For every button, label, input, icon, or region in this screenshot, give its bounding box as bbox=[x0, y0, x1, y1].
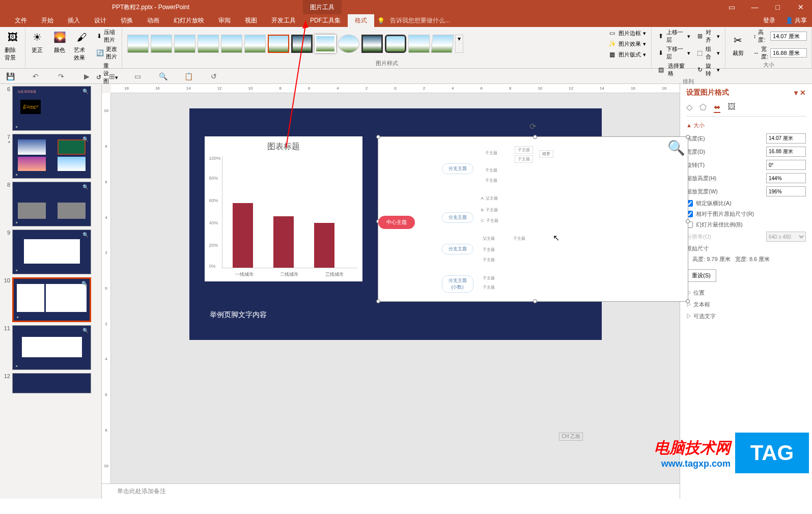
resize-handle[interactable] bbox=[533, 299, 537, 303]
height-field[interactable] bbox=[766, 133, 806, 144]
selected-picture[interactable]: ⟳ 🔍 中心主题 分支主题 分支主题 分支主题 bbox=[378, 136, 688, 302]
minimize-icon[interactable]: — bbox=[743, 0, 766, 14]
section-textbox[interactable]: ▷ 文本框 bbox=[686, 301, 806, 308]
reset-button[interactable]: 重设(S) bbox=[686, 269, 716, 282]
tab-slideshow[interactable]: 幻灯片放映 bbox=[166, 14, 211, 27]
rotate-button[interactable]: ↻旋转 ▾ bbox=[694, 62, 722, 78]
qa-button[interactable]: 📋 bbox=[183, 71, 193, 81]
remove-background-button[interactable]: 🖼 删除背景 bbox=[3, 28, 23, 63]
qa-button[interactable]: 🔍 bbox=[158, 71, 168, 81]
slide-thumbnail-panel[interactable]: 6 此处填写标题E=mc²🔍■ 7* 🔍■ 8 🔍■ 9 🔍■ 10 🔍■ 11… bbox=[0, 84, 102, 499]
style-thumb[interactable] bbox=[338, 35, 359, 53]
tab-design[interactable]: 设计 bbox=[87, 14, 114, 27]
section-alt-text[interactable]: ▷ 可选文字 bbox=[686, 312, 806, 320]
crop-button[interactable]: ✂裁剪 bbox=[728, 31, 748, 58]
canvas-area[interactable]: 图表标题 0% 20% 40% 60% 80% 100% bbox=[111, 93, 680, 483]
tab-home[interactable]: 开始 bbox=[34, 14, 61, 27]
login-button[interactable]: 登录 bbox=[763, 16, 775, 25]
resize-handle[interactable] bbox=[376, 299, 380, 303]
slide-thumb-6[interactable]: 此处填写标题E=mc²🔍■ bbox=[12, 86, 91, 131]
change-picture-button[interactable]: 🔄更改图片 bbox=[94, 45, 120, 61]
slide-thumb-9[interactable]: 🔍■ bbox=[12, 230, 91, 274]
picture-effects-button[interactable]: ✨图片效果 ▾ bbox=[605, 39, 648, 49]
slide-canvas[interactable]: 图表标题 0% 20% 40% 60% 80% 100% bbox=[189, 108, 602, 340]
gallery-more-button[interactable]: ▾ bbox=[455, 35, 463, 53]
style-thumb[interactable] bbox=[244, 35, 266, 53]
tab-transitions[interactable]: 切换 bbox=[114, 14, 140, 27]
style-thumb[interactable] bbox=[174, 35, 195, 53]
maximize-icon[interactable]: □ bbox=[766, 0, 789, 14]
slide-thumb-12[interactable] bbox=[12, 373, 91, 393]
effects-tab-icon[interactable]: ⬠ bbox=[699, 102, 707, 113]
slide-thumb-11[interactable]: 🔍■ bbox=[12, 325, 91, 370]
style-thumb[interactable] bbox=[385, 35, 406, 53]
selection-pane-button[interactable]: ▤选择窗格 bbox=[655, 62, 692, 78]
scale-w-field[interactable] bbox=[766, 186, 806, 196]
send-backward-button[interactable]: ⬇下移一层 ▾ bbox=[655, 45, 692, 61]
fill-tab-icon[interactable]: ◇ bbox=[686, 102, 692, 113]
corrections-button[interactable]: ☀更正 bbox=[27, 28, 47, 93]
lock-ratio-checkbox[interactable]: 锁定纵横比(A) bbox=[686, 199, 732, 207]
size-tab-icon[interactable]: ⬌ bbox=[714, 102, 720, 113]
style-thumb[interactable] bbox=[127, 35, 149, 53]
style-thumb[interactable] bbox=[408, 35, 430, 53]
ribbon-display-icon[interactable]: ▭ bbox=[720, 0, 743, 14]
resize-handle[interactable] bbox=[686, 135, 690, 139]
style-thumb[interactable] bbox=[221, 35, 242, 53]
qa-button[interactable]: ▭ bbox=[132, 71, 143, 81]
height-input[interactable] bbox=[770, 32, 807, 41]
style-thumb[interactable] bbox=[361, 35, 383, 53]
resize-handle[interactable] bbox=[686, 299, 690, 303]
bring-forward-button[interactable]: ⬆上移一层 ▾ bbox=[655, 28, 692, 44]
best-scale-checkbox[interactable]: 幻灯片最佳比例(B) bbox=[686, 221, 743, 229]
picture-border-button[interactable]: ▭图片边框 ▾ bbox=[605, 28, 648, 38]
style-thumb[interactable] bbox=[291, 35, 313, 53]
close-icon[interactable]: ✕ bbox=[789, 0, 812, 14]
section-position[interactable]: ▷ 位置 bbox=[686, 289, 806, 297]
resize-handle[interactable] bbox=[376, 135, 380, 139]
compress-button[interactable]: ⬇压缩图片 bbox=[94, 28, 120, 44]
rotate-field[interactable] bbox=[766, 160, 806, 170]
notes-pane[interactable]: 单击此处添加备注 bbox=[102, 483, 680, 499]
artistic-button[interactable]: 🖌艺术效果 bbox=[72, 28, 92, 93]
group-button[interactable]: ⬚组合 ▾ bbox=[694, 45, 722, 61]
width-field[interactable] bbox=[766, 147, 806, 157]
resize-handle[interactable] bbox=[533, 135, 537, 139]
tab-file[interactable]: 文件 bbox=[8, 14, 34, 27]
slide-thumb-7[interactable]: 🔍■ bbox=[12, 134, 91, 179]
pane-menu-icon[interactable]: ▾ bbox=[794, 89, 798, 97]
pane-close-icon[interactable]: ✕ bbox=[800, 89, 806, 97]
tab-insert[interactable]: 插入 bbox=[61, 14, 87, 27]
scale-h-field[interactable] bbox=[766, 173, 806, 183]
style-thumb[interactable] bbox=[198, 35, 219, 53]
bring-fwd-icon: ⬆ bbox=[657, 32, 664, 41]
style-thumb[interactable] bbox=[151, 35, 172, 53]
qa-button[interactable]: ↺ bbox=[209, 71, 219, 81]
tab-format[interactable]: 格式 bbox=[348, 14, 374, 27]
picture-tab-icon[interactable]: 🖼 bbox=[727, 102, 736, 113]
color-button[interactable]: 🌄颜色 bbox=[49, 28, 70, 93]
slide-thumb-10-active[interactable]: 🔍■ bbox=[12, 277, 91, 322]
style-thumb[interactable] bbox=[315, 35, 336, 53]
slide-thumb-8[interactable]: 🔍■ bbox=[12, 182, 91, 226]
rel-orig-checkbox[interactable]: 相对于图片原始尺寸(R) bbox=[686, 210, 754, 218]
picture-layout-button[interactable]: ▦图片版式 ▾ bbox=[605, 49, 648, 60]
align-button[interactable]: ⊞对齐 ▾ bbox=[694, 28, 722, 44]
tab-review[interactable]: 审阅 bbox=[211, 14, 238, 27]
rotation-handle-icon[interactable]: ⟳ bbox=[529, 122, 536, 131]
tab-pdf[interactable]: PDF工具集 bbox=[303, 14, 348, 27]
contextual-tab-picture-tools[interactable]: 图片工具 bbox=[303, 0, 342, 14]
style-thumb-selected[interactable] bbox=[268, 35, 289, 53]
picture-styles-gallery[interactable]: ▾ bbox=[125, 33, 465, 55]
section-size[interactable]: ▲ 大小 bbox=[686, 122, 806, 129]
tab-animations[interactable]: 动画 bbox=[140, 14, 166, 27]
save-button[interactable]: 💾 bbox=[5, 71, 15, 81]
tell-me-input[interactable]: 告诉我您想要做什么... bbox=[390, 16, 450, 25]
width-input[interactable] bbox=[770, 48, 807, 58]
tab-developer[interactable]: 开发工具 bbox=[264, 14, 303, 27]
style-thumb[interactable] bbox=[431, 35, 454, 53]
tab-view[interactable]: 视图 bbox=[238, 14, 264, 27]
chart-object[interactable]: 图表标题 0% 20% 40% 60% 80% 100% bbox=[205, 136, 362, 281]
share-button[interactable]: 👤 共享 bbox=[786, 16, 807, 25]
resize-handle[interactable] bbox=[686, 219, 690, 223]
